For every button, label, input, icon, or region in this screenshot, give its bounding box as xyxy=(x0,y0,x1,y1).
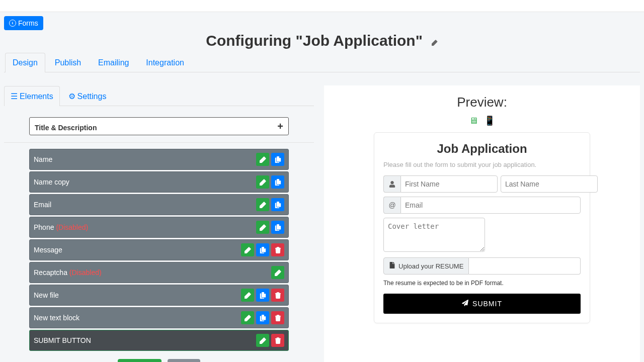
at-icon: @ xyxy=(383,197,400,214)
send-icon xyxy=(462,300,468,308)
email-input[interactable] xyxy=(400,197,581,214)
element-label: Name copy xyxy=(34,178,256,186)
tab-publish[interactable]: Publish xyxy=(47,53,89,72)
resume-note: The resume is expected to be in PDF form… xyxy=(383,280,581,287)
edit-element-button[interactable] xyxy=(241,243,254,256)
desktop-preview-icon[interactable]: 🖥 xyxy=(469,116,478,126)
edit-element-button[interactable] xyxy=(241,311,254,324)
cover-letter-textarea[interactable] xyxy=(383,218,485,252)
form-description: Please fill out the form to submit your … xyxy=(383,161,581,168)
copy-element-button[interactable] xyxy=(271,198,284,211)
copy-element-button[interactable] xyxy=(256,311,269,324)
element-label: Message xyxy=(34,246,241,254)
element-label: New file xyxy=(34,291,241,299)
add-step-button[interactable]: + Step xyxy=(168,359,200,362)
edit-element-button[interactable] xyxy=(256,334,269,347)
copy-element-button[interactable] xyxy=(256,243,269,256)
tab-integration[interactable]: Integration xyxy=(138,53,192,72)
person-icon xyxy=(383,175,400,193)
element-label: Phone (Disabled) xyxy=(34,223,256,231)
title-description-toggle[interactable]: Title & Description + xyxy=(29,117,289,135)
element-label: New text block xyxy=(34,314,241,322)
element-row[interactable]: Recaptcha (Disabled) xyxy=(29,262,289,283)
plus-icon: + xyxy=(277,121,283,132)
element-label: Email xyxy=(34,201,256,209)
element-row[interactable]: Name xyxy=(29,149,289,170)
copy-element-button[interactable] xyxy=(271,153,284,166)
page-title: Configuring "Job Application" xyxy=(206,32,423,49)
subtab-settings[interactable]: ⚙Settings xyxy=(62,86,113,106)
arrow-left-circle-icon: ‹ xyxy=(9,20,16,27)
list-icon: ☰ xyxy=(11,92,18,101)
element-row[interactable]: New text block xyxy=(29,307,289,328)
main-tabs: Design Publish Emailing Integration xyxy=(4,52,640,72)
delete-element-button[interactable] xyxy=(271,311,284,324)
file-icon xyxy=(389,262,395,270)
edit-element-button[interactable] xyxy=(241,289,254,302)
element-label: Recaptcha (Disabled) xyxy=(34,268,271,277)
edit-element-button[interactable] xyxy=(256,175,269,189)
first-name-input[interactable] xyxy=(400,175,498,193)
delete-element-button[interactable] xyxy=(271,289,284,302)
element-label: SUBMIT BUTTON xyxy=(34,336,256,344)
element-label: Name xyxy=(34,155,256,163)
copy-element-button[interactable] xyxy=(271,221,284,234)
tab-emailing[interactable]: Emailing xyxy=(91,53,136,72)
subtab-elements[interactable]: ☰Elements xyxy=(4,86,60,106)
element-row[interactable]: Name copy xyxy=(29,171,289,193)
gear-icon: ⚙ xyxy=(68,92,75,101)
edit-element-button[interactable] xyxy=(256,221,269,234)
copy-element-button[interactable] xyxy=(271,175,284,189)
sub-tabs: ☰Elements ⚙Settings xyxy=(4,85,314,106)
form-title: Job Application xyxy=(383,142,581,156)
form-preview: Job Application Please fill out the form… xyxy=(374,132,590,323)
edit-element-button[interactable] xyxy=(256,198,269,211)
element-row[interactable]: Message xyxy=(29,239,289,260)
delete-element-button[interactable] xyxy=(271,334,284,347)
tab-design[interactable]: Design xyxy=(5,53,45,72)
element-row[interactable]: New file xyxy=(29,285,289,306)
upload-resume-button[interactable]: Upload your RESUME xyxy=(383,257,469,275)
disabled-badge: (Disabled) xyxy=(56,223,88,231)
element-row[interactable]: SUBMIT BUTTON xyxy=(29,330,289,351)
mobile-preview-icon[interactable]: 📱 xyxy=(484,116,495,126)
title-description-label: Title & Description xyxy=(35,124,97,132)
edit-element-button[interactable] xyxy=(256,153,269,166)
copy-element-button[interactable] xyxy=(256,289,269,302)
submit-button[interactable]: SUBMIT xyxy=(383,294,581,314)
back-to-forms-button[interactable]: ‹ Forms xyxy=(4,16,43,30)
add-element-button[interactable]: + Element xyxy=(118,359,162,362)
last-name-input[interactable] xyxy=(501,175,598,193)
edit-title-icon[interactable] xyxy=(432,39,438,48)
forms-button-label: Forms xyxy=(18,19,38,27)
delete-element-button[interactable] xyxy=(271,243,284,256)
element-row[interactable]: Phone (Disabled) xyxy=(29,217,289,238)
edit-element-button[interactable] xyxy=(271,266,284,279)
preview-heading: Preview: xyxy=(330,95,634,110)
element-row[interactable]: Email xyxy=(29,194,289,215)
disabled-badge: (Disabled) xyxy=(69,268,102,277)
upload-filename-field xyxy=(469,257,581,275)
